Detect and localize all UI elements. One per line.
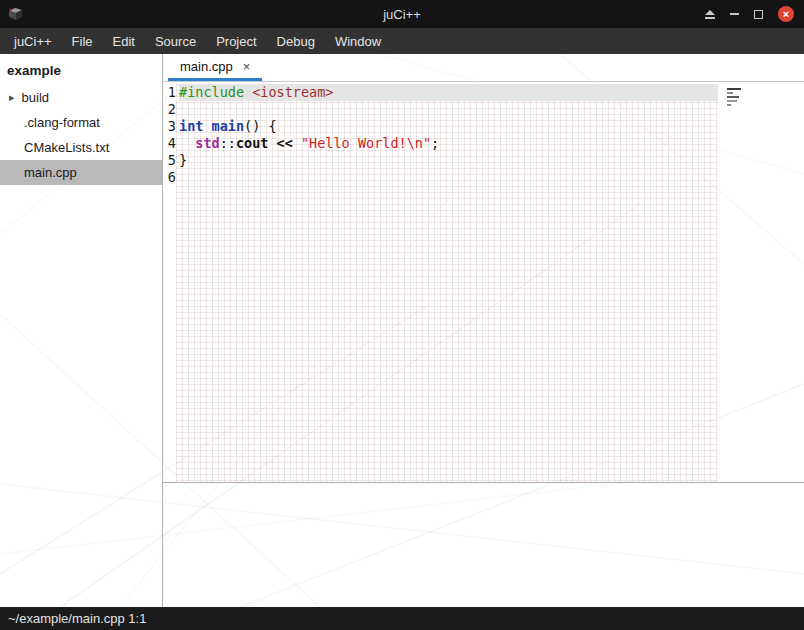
line-number: 6 [163,169,176,186]
main-pane: main.cpp × 123456 #include <iostream>int… [163,54,804,607]
tab-main-cpp[interactable]: main.cpp × [168,54,262,81]
tree-item-label: build [22,90,49,105]
tree-item-main-cpp[interactable]: main.cpp [0,160,162,185]
menu-item-project[interactable]: Project [206,28,266,54]
code-editor[interactable]: 123456 #include <iostream>int main() { s… [163,82,804,482]
minimap-line [727,104,731,106]
chevron-right-icon[interactable]: ▸ [9,92,15,103]
tree-item-label: CMakeLists.txt [24,140,109,155]
line-number: 2 [163,101,176,118]
eject-button[interactable] [705,10,715,19]
tree-item-clang-format[interactable]: .clang-format [0,110,162,135]
eject-icon-bar [705,17,715,19]
code-line[interactable]: std::cout << "Hello World!\n"; [179,135,718,152]
editor-overflow-area [718,84,804,482]
tree-item-label: main.cpp [24,165,77,180]
minimap-line [727,100,737,102]
content-area: example ▸ build .clang-format CMakeLists… [0,54,804,607]
minimize-icon [730,13,739,15]
titlebar: juCi++ × [0,0,804,28]
close-button[interactable]: × [778,6,794,22]
code-lines[interactable]: #include <iostream>int main() { std::cou… [176,84,718,482]
tree-item-cmakelists[interactable]: CMakeLists.txt [0,135,162,160]
line-number: 4 [163,135,176,152]
line-number-gutter: 123456 [163,84,176,482]
menu-item-debug[interactable]: Debug [267,28,325,54]
line-number: 1 [163,84,176,101]
code-line[interactable]: } [179,152,718,169]
minimize-button[interactable] [730,13,739,15]
terminal-panel[interactable] [163,483,804,607]
tree-item-build[interactable]: ▸ build [0,85,162,110]
line-number: 5 [163,152,176,169]
statusbar: ~/example/main.cpp 1:1 [0,607,804,630]
tree-item-label: .clang-format [24,115,100,130]
code-line[interactable]: int main() { [179,118,718,135]
code-line[interactable] [179,169,718,186]
file-tree: example ▸ build .clang-format CMakeLists… [0,54,163,607]
window-controls: × [705,0,794,28]
tab-label: main.cpp [180,59,233,74]
line-number: 3 [163,118,176,135]
menu-item-edit[interactable]: Edit [103,28,145,54]
status-file-location: ~/example/main.cpp 1:1 [8,611,146,626]
minimap[interactable] [727,88,751,106]
menu-item-juci[interactable]: juCi++ [4,28,62,54]
eject-icon [705,10,715,15]
window-title: juCi++ [383,7,421,22]
app-window: juCi++ × juCi++ File Edit Source Project… [0,0,804,630]
menu-item-source[interactable]: Source [145,28,206,54]
maximize-icon [754,10,763,19]
minimap-line [727,92,733,94]
tab-close-icon[interactable]: × [243,59,251,74]
tabbar: main.cpp × [163,54,804,82]
code-line[interactable] [179,101,718,118]
tree-root-example[interactable]: example [0,59,162,85]
close-icon: × [783,8,789,20]
code-line[interactable]: #include <iostream> [179,84,718,101]
minimap-line [727,96,739,98]
minimap-line [727,88,741,90]
maximize-button[interactable] [754,10,763,19]
app-icon [7,6,24,23]
menubar: juCi++ File Edit Source Project Debug Wi… [0,28,804,54]
menu-item-file[interactable]: File [62,28,103,54]
menu-item-window[interactable]: Window [325,28,391,54]
